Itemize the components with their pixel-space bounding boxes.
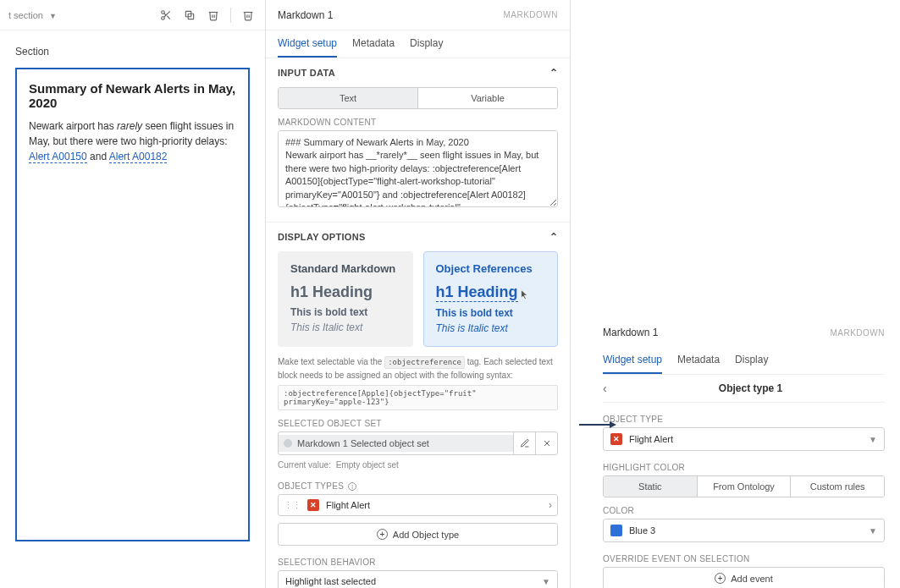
chevron-up-icon: ⌃ (549, 231, 558, 243)
clear-object-set-button[interactable] (535, 432, 557, 454)
seg-custom-rules[interactable]: Custom rules (790, 476, 884, 497)
object-reference-link[interactable]: Alert A00182 (109, 151, 168, 163)
breadcrumb-title: Object type 1 (616, 382, 885, 394)
color-swatch (610, 525, 622, 536)
object-type-label: OBJECT TYPE (603, 415, 885, 424)
selection-behavior-label: SELECTION BEHAVIOR (278, 558, 558, 567)
widget-tabs: Widget setup Metadata Display (603, 347, 885, 375)
seg-from-ontology[interactable]: From Ontology (697, 476, 791, 497)
widget-type-label: MARKDOWN (503, 10, 558, 19)
tab-widget-setup[interactable]: Widget setup (603, 347, 662, 374)
info-icon: i (348, 482, 356, 491)
svg-line-3 (167, 15, 169, 19)
card-object-references[interactable]: Object References h1 Heading This is bol… (423, 251, 559, 347)
tab-display[interactable]: Display (410, 30, 443, 58)
chevron-up-icon: ⌃ (549, 67, 558, 79)
highlight-color-label: HIGHLIGHT COLOR (603, 463, 885, 472)
copy-icon[interactable] (179, 5, 200, 25)
override-event-label: OVERRIDE EVENT ON SELECTION (603, 554, 885, 563)
seg-variable[interactable]: Variable (417, 88, 557, 108)
current-value-row: Current value: Empty object set (278, 460, 558, 470)
highlight-color-segmented: Static From Ontology Custom rules (603, 475, 885, 497)
chevron-down-icon: ▼ (49, 12, 57, 20)
svg-line-4 (164, 13, 166, 14)
breadcrumb-back-button[interactable]: ‹ (603, 382, 616, 395)
tab-widget-setup[interactable]: Widget setup (278, 30, 337, 58)
section-dropdown-label: t section (8, 10, 43, 20)
divider (230, 8, 231, 23)
widget-title: Markdown 1 (278, 9, 333, 21)
chevron-down-icon: ▼ (869, 435, 877, 444)
syntax-example: :objectreference[Apple]{objectType="frui… (278, 385, 558, 410)
plus-circle-icon: + (715, 573, 726, 584)
drag-handle-icon[interactable]: ⋮⋮ (284, 500, 301, 511)
markdown-preview[interactable]: Summary of Newark Alerts in May, 2020 Ne… (15, 68, 250, 541)
color-select[interactable]: Blue 3 ▼ (603, 519, 885, 542)
flight-alert-icon: ✕ (610, 433, 622, 445)
tab-metadata[interactable]: Metadata (677, 347, 720, 374)
arrow-icon (577, 420, 616, 429)
svg-marker-10 (610, 421, 616, 428)
markdown-content-input[interactable] (278, 130, 558, 207)
widget-tabs: Widget setup Metadata Display (266, 30, 570, 58)
seg-static[interactable]: Static (604, 476, 697, 497)
input-type-segmented: Text Variable (278, 87, 558, 109)
input-data-header[interactable]: INPUT DATA ⌃ (266, 58, 570, 87)
object-type-select[interactable]: ✕ Flight Alert ▼ (603, 427, 885, 451)
card-standard-markdown[interactable]: Standard Markdown h1 Heading This is bol… (278, 251, 413, 347)
markdown-content-label: MARKDOWN CONTENT (278, 118, 558, 127)
preview-body: Newark airport has rarely seen flight is… (29, 118, 236, 164)
object-type-row[interactable]: ⋮⋮ ✕ Flight Alert › (278, 494, 558, 516)
add-object-type-button[interactable]: + Add Object type (278, 523, 558, 546)
delete-section-icon[interactable] (238, 5, 258, 25)
object-types-label: OBJECT TYPES i (278, 481, 558, 491)
cut-icon[interactable] (156, 5, 176, 25)
edit-object-set-button[interactable] (513, 432, 535, 454)
help-text: Make text selectable via the :objectrefe… (278, 355, 558, 382)
plus-circle-icon: + (377, 529, 388, 540)
seg-text[interactable]: Text (279, 88, 417, 108)
chevron-down-icon: ▼ (869, 526, 877, 536)
selection-behavior-select[interactable]: Highlight last selected ▼ (278, 570, 558, 588)
widget-title: Markdown 1 (603, 327, 658, 338)
chevron-right-icon: › (549, 499, 552, 511)
widget-type-label: MARKDOWN (830, 328, 885, 338)
object-set-dot-icon (284, 439, 292, 448)
color-label: COLOR (603, 506, 885, 515)
selected-object-set-chip[interactable]: Markdown 1 Selected object set (279, 435, 513, 452)
selected-object-set-row: Markdown 1 Selected object set (278, 431, 558, 455)
add-event-button[interactable]: + Add event (603, 567, 885, 588)
preview-title: Summary of Newark Alerts in May, 2020 (29, 81, 236, 110)
chevron-down-icon: ▼ (542, 577, 550, 586)
display-options-header[interactable]: DISPLAY OPTIONS ⌃ (266, 223, 570, 251)
selected-object-set-label: SELECTED OBJECT SET (278, 419, 558, 428)
tab-metadata[interactable]: Metadata (352, 30, 395, 58)
object-reference-link[interactable]: Alert A00150 (29, 151, 87, 163)
section-header-label: Section (15, 39, 250, 68)
section-dropdown[interactable]: t section ▼ (7, 10, 57, 20)
tab-display[interactable]: Display (735, 347, 768, 374)
cursor-icon (520, 289, 530, 300)
delete-icon[interactable] (203, 5, 224, 25)
flight-alert-icon: ✕ (307, 499, 319, 511)
